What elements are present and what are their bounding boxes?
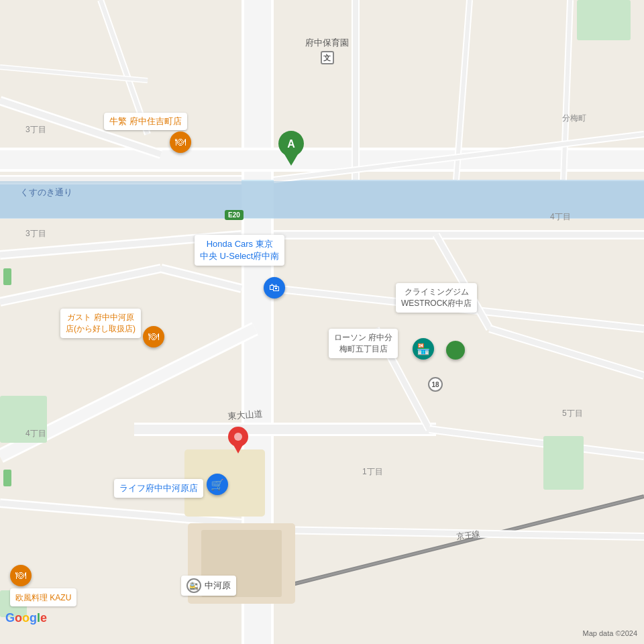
lawson-icon[interactable]: 🏪 <box>413 338 434 360</box>
gusto-icon[interactable]: 🍽 <box>143 326 164 347</box>
kazu-label: 欧風料理 KAZU <box>10 588 76 606</box>
gusto-poi[interactable]: ガスト 府中中河原店(から好し取扱店) <box>60 309 141 338</box>
svg-text:A: A <box>287 138 295 150</box>
hoiku-poi: 府中保育園 文 <box>305 37 349 64</box>
svg-rect-58 <box>543 436 584 490</box>
g-yellow: o <box>22 611 30 625</box>
climbing-poi: クライミングジムWESTROCK府中店 <box>396 283 477 313</box>
svg-marker-64 <box>282 151 300 166</box>
svg-rect-62 <box>0 181 644 218</box>
map-container[interactable]: くすのき通り 東大山道 京王線 3丁目 3丁目 4丁目 4丁目 1丁目 5丁目 … <box>0 0 644 644</box>
map-data-label: Map data ©2024 <box>583 629 638 637</box>
kazu-icon[interactable]: 🍽 <box>10 565 32 586</box>
lawson-poi[interactable]: ローソン 府中分梅町五丁目店 <box>329 329 398 358</box>
green-circle-poi[interactable] <box>446 341 465 360</box>
route18-badge: 18 <box>428 377 443 392</box>
station-name-label: 中河原 <box>205 580 231 592</box>
school-symbol: 文 <box>321 51 334 64</box>
marker-a[interactable]: A <box>278 131 304 168</box>
nakagawara-station[interactable]: 🚉 中河原 <box>181 576 236 596</box>
life-store-icon[interactable]: 🛒 <box>207 474 228 495</box>
gyukaku-icon[interactable]: 🍽 <box>170 131 191 153</box>
g-red: o <box>15 611 22 625</box>
svg-rect-6 <box>0 150 644 169</box>
life-store-poi[interactable]: ライフ府中中河原店 <box>114 479 203 498</box>
e20-badge: E20 <box>225 210 244 220</box>
station-symbol: 🚉 <box>186 578 201 593</box>
svg-rect-60 <box>3 268 11 285</box>
g-blue: G <box>5 611 15 625</box>
red-location-pin[interactable] <box>228 427 248 456</box>
svg-rect-56 <box>0 396 47 443</box>
google-logo: Google <box>5 611 47 625</box>
svg-marker-67 <box>231 441 245 453</box>
g-red2: e <box>40 611 47 625</box>
honda-cars-icon[interactable]: 🛍 <box>264 277 285 299</box>
svg-rect-61 <box>3 470 11 486</box>
honda-cars-poi[interactable]: Honda Cars 東京中央 U-Select府中南 <box>195 235 284 266</box>
g-blue2: g <box>30 611 37 625</box>
svg-point-68 <box>234 433 242 441</box>
svg-rect-59 <box>577 0 631 40</box>
kazu-poi[interactable]: 🍽 欧風料理 KAZU <box>10 565 76 606</box>
